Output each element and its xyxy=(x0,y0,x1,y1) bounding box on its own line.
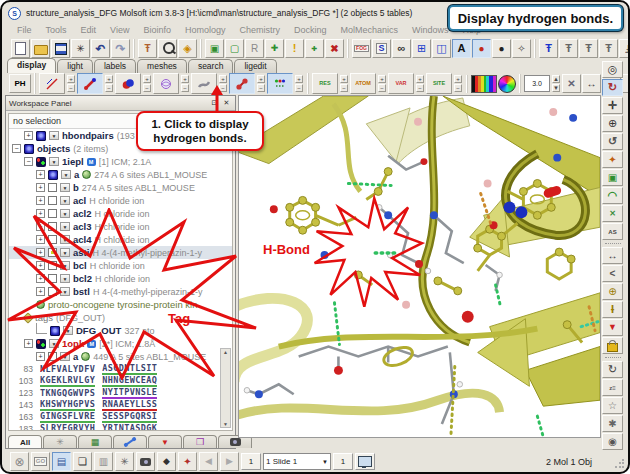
3d-viewer[interactable]: H-Bond xyxy=(238,95,601,438)
tree-row-b[interactable]: +▼b274 A 5 sites ABL1_MOUSE xyxy=(9,181,232,194)
expander-icon[interactable]: + xyxy=(36,287,45,296)
tree-row-bstl[interactable]: +▼bstlH 4-(4-methyl-piperazin-1-y xyxy=(9,285,232,298)
expander-icon[interactable]: + xyxy=(36,274,45,283)
dock-icon[interactable]: ⊡ xyxy=(209,99,220,107)
zorder-tool-button[interactable]: z≡ xyxy=(602,379,623,396)
effects-button[interactable]: ✦ xyxy=(178,452,197,471)
sequence-row-103[interactable]: 103KGEKLRVLGYNHNGEWCEAQ xyxy=(9,375,232,387)
zoom-view-button[interactable]: ⊕ xyxy=(602,115,623,132)
tab-labels[interactable]: labels xyxy=(94,59,136,73)
tab-search[interactable]: search xyxy=(188,59,234,73)
redo-button[interactable]: ↷ xyxy=(111,39,130,58)
tree-row-acl4[interactable]: +▼acl4H chloride ion xyxy=(9,233,232,246)
cpk-spheres-button[interactable] xyxy=(115,73,141,94)
select-alert-button[interactable]: ! xyxy=(285,39,304,58)
tree-row-a[interactable]: +▼a449 A 5 sites ABL1_MOUSE xyxy=(9,350,232,363)
row-menu-caret[interactable]: ▼ xyxy=(49,157,59,166)
workspace-tab-all[interactable]: All xyxy=(8,435,42,448)
surface-skin-spinner[interactable]: +− xyxy=(181,75,190,92)
measure-center-button[interactable]: ⊕ xyxy=(602,283,623,300)
workspace-tab-mesh[interactable]: ▼ xyxy=(148,435,182,448)
tree-row-1opk[interactable]: +▼1opkM[2*] ICM; 1.8Å xyxy=(9,337,232,350)
go-circle-button[interactable]: GO xyxy=(31,452,50,471)
menu-bioinfo[interactable]: Bioinfo xyxy=(136,25,178,35)
tree-row-DFG_OUT[interactable]: ▼DFG_OUT327 ato xyxy=(9,324,232,337)
resize-grip[interactable] xyxy=(614,459,624,469)
expander-icon[interactable]: + xyxy=(36,261,45,270)
tab-meshes[interactable]: meshes xyxy=(137,59,187,73)
hbond-distance-input[interactable]: 3.0 xyxy=(524,75,550,92)
tree-row-asti[interactable]: +▼astiH 4-(4-methyl-piperazin-1-y xyxy=(9,246,232,259)
occlusion-display-button[interactable]: ● xyxy=(492,39,511,58)
icm-tree-icon[interactable] xyxy=(36,339,46,349)
tree-row-acl[interactable]: +▼aclH chloride ion xyxy=(9,194,232,207)
label-res-button[interactable]: RES xyxy=(312,73,338,94)
translate-view-button[interactable]: ✛ xyxy=(602,97,623,114)
icm-tree-icon[interactable] xyxy=(36,157,46,167)
nav-forward-button[interactable]: ▶ xyxy=(220,452,239,471)
measure-distance-button[interactable]: ↔ xyxy=(582,74,601,93)
blue-tree-icon[interactable] xyxy=(48,170,58,180)
undo-button[interactable]: ↶ xyxy=(91,39,110,58)
ribbon-spinner[interactable]: +− xyxy=(219,75,228,92)
sequence-row-143[interactable]: 143KHSWYHGPVSRNAAEYLLSS xyxy=(9,399,232,411)
measure-table-button[interactable]: Ŧ xyxy=(138,39,157,58)
atom-spec-tool-button[interactable]: AS xyxy=(602,223,623,240)
mesh-tool-button[interactable]: ▼ xyxy=(602,319,623,336)
burst-tool-button[interactable]: ✱ xyxy=(602,415,623,432)
clip-3-button[interactable]: Ŧ xyxy=(579,39,598,58)
close-icon[interactable]: ✕ xyxy=(221,99,232,107)
expander-icon[interactable]: + xyxy=(36,170,45,179)
settings-gear-button[interactable]: ✳ xyxy=(71,39,90,58)
grid-windows-button[interactable]: ⊞ xyxy=(412,39,431,58)
expander-icon[interactable]: + xyxy=(36,196,45,205)
spin-tool-button[interactable]: ↻ xyxy=(602,361,623,378)
lock-tool-button[interactable] xyxy=(602,337,623,354)
measure-torsion-button[interactable]: Ɨ xyxy=(602,301,623,318)
center-view-button[interactable]: ◎ xyxy=(602,61,623,78)
row-menu-caret[interactable]: ▼ xyxy=(60,248,70,257)
check-tree-icon[interactable] xyxy=(48,261,57,270)
menu-file[interactable]: File xyxy=(10,25,39,35)
label-site-spinner[interactable]: +− xyxy=(454,75,463,92)
blue-tree-icon[interactable] xyxy=(50,326,60,336)
expander-icon[interactable]: − xyxy=(24,157,33,166)
rotate-z-view-button[interactable]: ↺ xyxy=(602,133,623,150)
row-menu-caret[interactable]: ▼ xyxy=(60,222,70,231)
cpk-spheres-spinner[interactable]: +− xyxy=(143,75,152,92)
row-menu-caret[interactable]: ▼ xyxy=(49,339,59,348)
distance-spinner[interactable]: ▲▼ xyxy=(552,75,561,92)
yellow-tree-icon[interactable] xyxy=(48,248,57,257)
label-var-spinner[interactable]: +− xyxy=(416,75,425,92)
wireframe-spinner[interactable]: +− xyxy=(67,75,76,92)
tab-light[interactable]: light xyxy=(57,59,93,73)
window-toggle-button[interactable]: ❏ xyxy=(73,452,92,471)
blue-tree-icon[interactable] xyxy=(24,144,34,154)
expander-icon[interactable]: + xyxy=(36,183,45,192)
row-menu-caret[interactable]: ▼ xyxy=(49,131,59,140)
sequence-row-123[interactable]: 123TKNGQGWVPSNYITPVNSLE xyxy=(9,387,232,399)
hydrogen-bonds-button[interactable] xyxy=(267,73,293,94)
diamond-view-button[interactable]: ◈ xyxy=(178,39,197,58)
check-tree-icon[interactable] xyxy=(48,209,57,218)
nav-back-button[interactable]: ◀ xyxy=(199,452,218,471)
select-sphere-button[interactable]: ▣ xyxy=(205,39,224,58)
select-bond-button[interactable]: ✚ xyxy=(305,39,324,58)
find-pair-button[interactable] xyxy=(158,39,177,58)
hydrogen-bonds-spinner[interactable]: +− xyxy=(295,75,304,92)
sticks-spinner[interactable]: +− xyxy=(105,75,114,92)
shadow-display-button[interactable]: ● xyxy=(472,39,491,58)
tree-row-acl3[interactable]: +▼acl3H chloride ion xyxy=(9,220,232,233)
tree-row-bcl2[interactable]: +▼bcl2H chloride ion xyxy=(9,272,232,285)
menu-view[interactable]: View xyxy=(103,25,136,35)
sequence-row-183[interactable]: 183SLRYEGRVYHYRINTASDGK xyxy=(9,423,232,431)
tree-row-acl2[interactable]: +▼acl2H chloride ion xyxy=(9,207,232,220)
measure-angle-button[interactable]: < xyxy=(602,265,623,282)
ball-and-stick-spinner[interactable]: +− xyxy=(257,75,266,92)
tree-row-a[interactable]: +▼a274 A 6 sites ABL1_MOUSE xyxy=(9,168,232,181)
surface-skin-button[interactable] xyxy=(153,73,179,94)
tree-row-bcl[interactable]: +▼bclH chloride ion xyxy=(9,259,232,272)
select-box-tool-button[interactable]: ▣ xyxy=(602,169,623,186)
slide-count-box[interactable]: 1 xyxy=(333,453,353,470)
close-circle-button[interactable]: ⊗ xyxy=(10,452,29,471)
